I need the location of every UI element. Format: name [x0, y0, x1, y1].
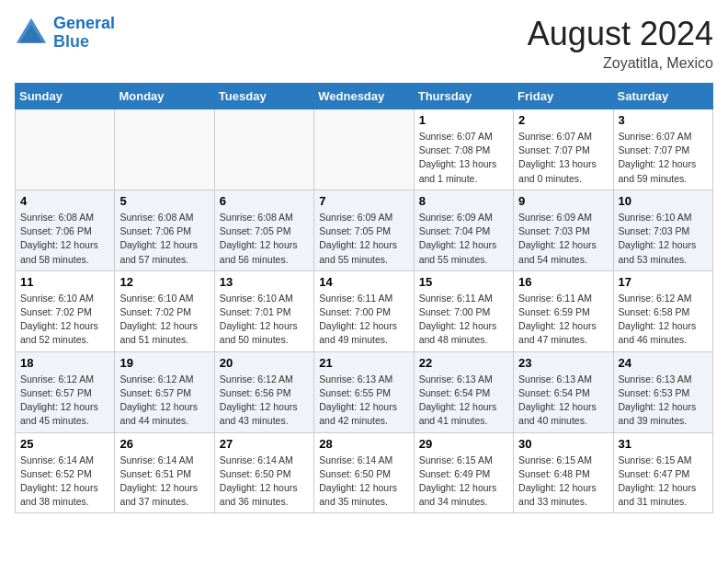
calendar-cell: 18Sunrise: 6:12 AM Sunset: 6:57 PM Dayli… — [16, 351, 115, 432]
day-info: Sunrise: 6:07 AM Sunset: 7:08 PM Dayligh… — [419, 130, 508, 186]
day-info: Sunrise: 6:14 AM Sunset: 6:52 PM Dayligh… — [20, 454, 109, 510]
day-number: 25 — [20, 437, 109, 451]
week-row-4: 18Sunrise: 6:12 AM Sunset: 6:57 PM Dayli… — [16, 351, 713, 432]
day-number: 13 — [220, 275, 309, 289]
weekday-header-thursday: Thursday — [414, 84, 513, 109]
day-info: Sunrise: 6:08 AM Sunset: 7:05 PM Dayligh… — [220, 211, 309, 267]
calendar-location: Zoyatitla, Mexico — [528, 55, 713, 72]
day-number: 15 — [419, 275, 508, 289]
day-info: Sunrise: 6:09 AM Sunset: 7:04 PM Dayligh… — [419, 211, 508, 267]
day-info: Sunrise: 6:11 AM Sunset: 7:00 PM Dayligh… — [419, 292, 508, 348]
day-info: Sunrise: 6:07 AM Sunset: 7:07 PM Dayligh… — [619, 130, 708, 186]
calendar-cell: 23Sunrise: 6:13 AM Sunset: 6:54 PM Dayli… — [514, 351, 613, 432]
day-info: Sunrise: 6:11 AM Sunset: 7:00 PM Dayligh… — [319, 292, 408, 348]
calendar-cell: 19Sunrise: 6:12 AM Sunset: 6:57 PM Dayli… — [115, 351, 214, 432]
calendar-cell: 20Sunrise: 6:12 AM Sunset: 6:56 PM Dayli… — [214, 351, 313, 432]
weekday-header-wednesday: Wednesday — [314, 84, 414, 109]
calendar-cell — [115, 109, 214, 190]
day-number: 18 — [20, 356, 109, 370]
calendar-cell — [314, 109, 414, 190]
week-row-5: 25Sunrise: 6:14 AM Sunset: 6:52 PM Dayli… — [16, 432, 713, 513]
calendar-cell: 24Sunrise: 6:13 AM Sunset: 6:53 PM Dayli… — [613, 351, 712, 432]
calendar-cell: 3Sunrise: 6:07 AM Sunset: 7:07 PM Daylig… — [613, 109, 712, 190]
calendar-cell: 6Sunrise: 6:08 AM Sunset: 7:05 PM Daylig… — [214, 190, 313, 270]
weekday-header-friday: Friday — [514, 84, 613, 109]
day-number: 5 — [119, 194, 209, 208]
calendar-table: SundayMondayTuesdayWednesdayThursdayFrid… — [15, 83, 713, 513]
day-number: 7 — [319, 194, 408, 208]
calendar-cell: 14Sunrise: 6:11 AM Sunset: 7:00 PM Dayli… — [314, 270, 414, 351]
day-info: Sunrise: 6:10 AM Sunset: 7:02 PM Dayligh… — [119, 292, 209, 348]
day-number: 29 — [419, 437, 508, 451]
calendar-cell — [214, 109, 313, 190]
calendar-cell: 25Sunrise: 6:14 AM Sunset: 6:52 PM Dayli… — [16, 432, 115, 513]
day-info: Sunrise: 6:14 AM Sunset: 6:50 PM Dayligh… — [220, 454, 309, 510]
day-number: 24 — [619, 356, 708, 370]
day-info: Sunrise: 6:14 AM Sunset: 6:50 PM Dayligh… — [319, 454, 408, 510]
day-info: Sunrise: 6:12 AM Sunset: 6:57 PM Dayligh… — [20, 373, 109, 429]
day-info: Sunrise: 6:08 AM Sunset: 7:06 PM Dayligh… — [20, 211, 109, 267]
day-info: Sunrise: 6:14 AM Sunset: 6:51 PM Dayligh… — [119, 454, 209, 510]
day-info: Sunrise: 6:10 AM Sunset: 7:02 PM Dayligh… — [20, 292, 109, 348]
calendar-cell: 5Sunrise: 6:08 AM Sunset: 7:06 PM Daylig… — [115, 190, 214, 270]
calendar-cell: 29Sunrise: 6:15 AM Sunset: 6:49 PM Dayli… — [414, 432, 513, 513]
day-info: Sunrise: 6:13 AM Sunset: 6:54 PM Dayligh… — [518, 373, 608, 429]
day-info: Sunrise: 6:12 AM Sunset: 6:58 PM Dayligh… — [619, 292, 708, 348]
week-row-3: 11Sunrise: 6:10 AM Sunset: 7:02 PM Dayli… — [16, 270, 713, 351]
calendar-cell: 2Sunrise: 6:07 AM Sunset: 7:07 PM Daylig… — [514, 109, 613, 190]
day-number: 3 — [619, 113, 708, 127]
weekday-header-monday: Monday — [115, 84, 214, 109]
calendar-title: August 2024 — [528, 15, 713, 53]
day-info: Sunrise: 6:15 AM Sunset: 6:49 PM Dayligh… — [419, 454, 508, 510]
day-number: 23 — [518, 356, 608, 370]
calendar-cell: 26Sunrise: 6:14 AM Sunset: 6:51 PM Dayli… — [115, 432, 214, 513]
weekday-header-tuesday: Tuesday — [214, 84, 313, 109]
logo-icon — [15, 17, 48, 50]
weekday-header-saturday: Saturday — [613, 84, 712, 109]
day-info: Sunrise: 6:09 AM Sunset: 7:03 PM Dayligh… — [518, 211, 608, 267]
calendar-cell: 13Sunrise: 6:10 AM Sunset: 7:01 PM Dayli… — [214, 270, 313, 351]
logo-line1: General — [53, 14, 115, 32]
day-number: 4 — [20, 194, 109, 208]
day-number: 28 — [319, 437, 408, 451]
day-number: 16 — [518, 275, 608, 289]
day-number: 2 — [518, 113, 608, 127]
title-block: August 2024 Zoyatitla, Mexico — [528, 15, 713, 72]
calendar-cell: 28Sunrise: 6:14 AM Sunset: 6:50 PM Dayli… — [314, 432, 414, 513]
day-number: 1 — [419, 113, 508, 127]
day-info: Sunrise: 6:09 AM Sunset: 7:05 PM Dayligh… — [319, 211, 408, 267]
day-info: Sunrise: 6:11 AM Sunset: 6:59 PM Dayligh… — [518, 292, 608, 348]
calendar-cell: 7Sunrise: 6:09 AM Sunset: 7:05 PM Daylig… — [314, 190, 414, 270]
calendar-cell: 16Sunrise: 6:11 AM Sunset: 6:59 PM Dayli… — [514, 270, 613, 351]
day-info: Sunrise: 6:15 AM Sunset: 6:47 PM Dayligh… — [619, 454, 708, 510]
week-row-2: 4Sunrise: 6:08 AM Sunset: 7:06 PM Daylig… — [16, 190, 713, 270]
calendar-cell: 11Sunrise: 6:10 AM Sunset: 7:02 PM Dayli… — [16, 270, 115, 351]
calendar-cell: 22Sunrise: 6:13 AM Sunset: 6:54 PM Dayli… — [414, 351, 513, 432]
logo-text: General Blue — [53, 15, 115, 52]
day-info: Sunrise: 6:07 AM Sunset: 7:07 PM Dayligh… — [518, 130, 608, 186]
day-number: 10 — [619, 194, 708, 208]
day-number: 8 — [419, 194, 508, 208]
calendar-cell: 10Sunrise: 6:10 AM Sunset: 7:03 PM Dayli… — [613, 190, 712, 270]
calendar-cell: 9Sunrise: 6:09 AM Sunset: 7:03 PM Daylig… — [514, 190, 613, 270]
logo-line2: Blue — [53, 32, 89, 51]
logo: General Blue — [15, 15, 115, 52]
calendar-cell: 15Sunrise: 6:11 AM Sunset: 7:00 PM Dayli… — [414, 270, 513, 351]
day-number: 6 — [220, 194, 309, 208]
day-number: 17 — [619, 275, 708, 289]
day-number: 11 — [20, 275, 109, 289]
day-info: Sunrise: 6:12 AM Sunset: 6:56 PM Dayligh… — [220, 373, 309, 429]
day-number: 21 — [319, 356, 408, 370]
day-info: Sunrise: 6:10 AM Sunset: 7:01 PM Dayligh… — [220, 292, 309, 348]
calendar-cell: 21Sunrise: 6:13 AM Sunset: 6:55 PM Dayli… — [314, 351, 414, 432]
day-number: 27 — [220, 437, 309, 451]
calendar-cell: 12Sunrise: 6:10 AM Sunset: 7:02 PM Dayli… — [115, 270, 214, 351]
weekday-header-sunday: Sunday — [16, 84, 115, 109]
day-number: 19 — [119, 356, 209, 370]
calendar-cell — [16, 109, 115, 190]
day-info: Sunrise: 6:08 AM Sunset: 7:06 PM Dayligh… — [119, 211, 209, 267]
weekday-header-row: SundayMondayTuesdayWednesdayThursdayFrid… — [16, 84, 713, 109]
calendar-cell: 4Sunrise: 6:08 AM Sunset: 7:06 PM Daylig… — [16, 190, 115, 270]
day-info: Sunrise: 6:10 AM Sunset: 7:03 PM Dayligh… — [619, 211, 708, 267]
day-info: Sunrise: 6:12 AM Sunset: 6:57 PM Dayligh… — [119, 373, 209, 429]
